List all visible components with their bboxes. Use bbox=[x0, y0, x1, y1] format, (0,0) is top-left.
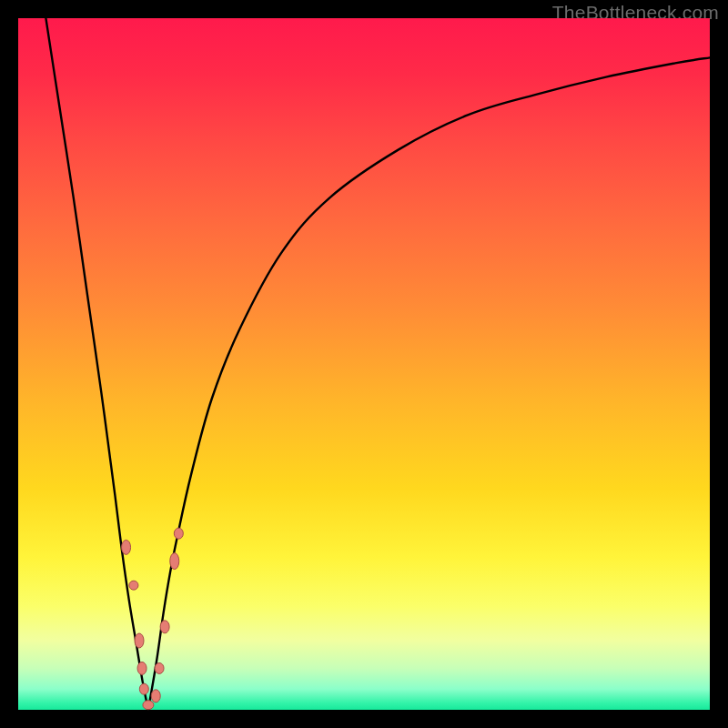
data-marker bbox=[135, 633, 144, 648]
data-marker bbox=[129, 581, 138, 590]
plot-area bbox=[18, 18, 710, 710]
curve-left-branch bbox=[46, 18, 147, 710]
data-marker bbox=[122, 540, 131, 554]
data-marker bbox=[155, 662, 164, 673]
data-marker bbox=[170, 553, 179, 570]
chart-svg bbox=[18, 18, 710, 710]
data-marker bbox=[174, 528, 183, 539]
data-marker bbox=[151, 690, 160, 703]
data-marker bbox=[139, 683, 148, 694]
data-marker bbox=[143, 701, 154, 710]
chart-frame: TheBottleneck.com bbox=[0, 0, 728, 728]
curve-right-branch bbox=[148, 57, 710, 710]
data-marker bbox=[160, 621, 169, 633]
curve-layer bbox=[46, 18, 710, 710]
data-marker bbox=[137, 662, 147, 674]
